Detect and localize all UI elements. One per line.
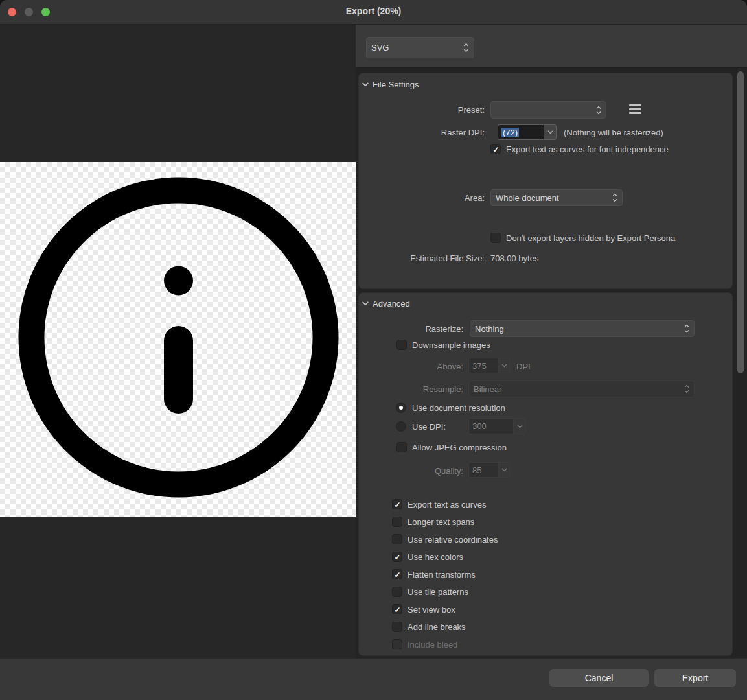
use-doc-resolution-label: Use document resolution: [412, 402, 505, 414]
chevron-down-icon: [501, 364, 507, 368]
add-line-breaks-checkbox[interactable]: [392, 622, 402, 632]
raster-dpi-label: Raster DPI:: [355, 127, 485, 138]
include-bleed-checkbox[interactable]: [392, 639, 402, 649]
above-input[interactable]: 375: [468, 358, 498, 373]
dont-export-hidden-checkbox[interactable]: [490, 233, 501, 243]
preset-menu-icon[interactable]: [629, 104, 641, 114]
use-dpi-label: Use DPI:: [412, 421, 446, 432]
use-relative-coordinates-label: Use relative coordinates: [408, 534, 498, 545]
quality-label: Quality:: [334, 465, 463, 476]
stepper-icon: [684, 384, 689, 393]
titlebar: Export (20%): [0, 0, 747, 25]
preset-label: Preset:: [355, 104, 485, 115]
above-combo[interactable]: 375: [468, 358, 510, 373]
file-settings-header[interactable]: File Settings: [373, 80, 419, 89]
resample-label: Resample:: [334, 384, 463, 395]
above-value: 375: [472, 361, 487, 371]
estimated-size-value: 708.00 bytes: [490, 253, 538, 264]
info-icon-preview: [17, 176, 339, 498]
export-text-curves-label: Export text as curves: [408, 499, 486, 510]
chevron-down-icon: [501, 468, 507, 472]
export-button[interactable]: Export: [654, 669, 736, 687]
export-text-curves-checkbox[interactable]: [392, 499, 402, 509]
quality-value: 85: [472, 465, 481, 475]
format-select-value: SVG: [371, 43, 461, 52]
chevron-down-icon[interactable]: [362, 82, 369, 87]
downsample-label: Downsample images: [412, 340, 490, 351]
export-text-curves-font-checkbox[interactable]: [490, 144, 501, 154]
preset-select[interactable]: [490, 101, 606, 119]
raster-dpi-dropdown-button[interactable]: [544, 124, 557, 140]
use-hex-colors-checkbox[interactable]: [392, 552, 402, 562]
window-title: Export (20%): [0, 6, 747, 16]
use-dpi-value: 300: [472, 421, 487, 431]
area-label: Area:: [355, 192, 485, 204]
allow-jpeg-checkbox[interactable]: [396, 442, 407, 452]
raster-dpi-note: (Nothing will be rasterized): [564, 127, 663, 138]
rasterize-select-value: Nothing: [475, 324, 682, 334]
flatten-transforms-checkbox[interactable]: [392, 569, 402, 579]
use-dpi-combo[interactable]: 300: [468, 418, 526, 434]
stepper-icon: [684, 324, 689, 333]
raster-dpi-input[interactable]: (72): [498, 124, 544, 140]
estimated-size-label: Estimated File Size:: [355, 253, 485, 264]
above-dropdown-button[interactable]: [498, 358, 510, 373]
longer-text-spans-label: Longer text spans: [408, 517, 474, 528]
use-dpi-dropdown-button[interactable]: [513, 418, 526, 434]
downsample-checkbox[interactable]: [396, 340, 407, 350]
area-select[interactable]: Whole document: [490, 189, 623, 206]
add-line-breaks-label: Add line breaks: [408, 622, 466, 633]
quality-combo[interactable]: 85: [468, 462, 510, 478]
export-dialog: Export (20%) SVG File Settings Preset: R…: [0, 0, 747, 700]
include-bleed-label: Include bleed: [408, 639, 457, 650]
area-select-value: Whole document: [496, 193, 610, 203]
use-dpi-input[interactable]: 300: [468, 418, 513, 434]
raster-dpi-value: (72): [501, 128, 519, 137]
format-select[interactable]: SVG: [366, 37, 474, 58]
use-tile-patterns-label: Use tile patterns: [408, 587, 468, 598]
chevron-down-icon: [547, 130, 553, 134]
cancel-button[interactable]: Cancel: [549, 669, 649, 687]
resample-select[interactable]: Bilinear: [468, 380, 695, 397]
set-view-box-label: Set view box: [408, 604, 455, 615]
chevron-down-icon[interactable]: [362, 301, 369, 306]
chevron-down-icon: [517, 425, 523, 428]
stepper-icon: [612, 193, 617, 202]
set-view-box-checkbox[interactable]: [392, 604, 402, 614]
allow-jpeg-label: Allow JPEG compression: [412, 442, 507, 453]
footer-bar: Cancel Export: [0, 658, 747, 700]
dont-export-hidden-label: Don't export layers hidden by Export Per…: [506, 233, 675, 244]
use-tile-patterns-checkbox[interactable]: [392, 587, 402, 597]
longer-text-spans-checkbox[interactable]: [392, 517, 402, 527]
export-text-curves-font-label: Export text as curves for font independe…: [506, 144, 669, 155]
use-hex-colors-label: Use hex colors: [408, 552, 463, 563]
above-label: Above:: [334, 361, 463, 372]
rasterize-label: Rasterize:: [334, 323, 463, 334]
stepper-icon: [596, 106, 601, 115]
above-dpi-suffix: DPI: [516, 361, 531, 372]
use-dpi-radio[interactable]: [396, 421, 406, 432]
quality-input[interactable]: 85: [468, 462, 498, 478]
stepper-icon: [463, 43, 469, 52]
resample-select-value: Bilinear: [474, 384, 682, 394]
flatten-transforms-label: Flatten transforms: [408, 569, 476, 580]
quality-dropdown-button[interactable]: [498, 462, 510, 478]
export-preview[interactable]: [0, 25, 356, 658]
raster-dpi-combo[interactable]: (72): [498, 124, 557, 140]
scrollbar-thumb[interactable]: [737, 71, 744, 373]
use-relative-coordinates-checkbox[interactable]: [392, 534, 402, 544]
advanced-header[interactable]: Advanced: [373, 299, 410, 309]
use-doc-resolution-radio[interactable]: [396, 402, 406, 413]
rasterize-select[interactable]: Nothing: [470, 320, 695, 337]
